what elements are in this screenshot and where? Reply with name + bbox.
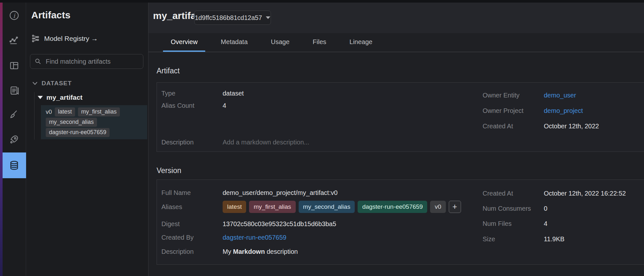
row-label: Num Consumers xyxy=(483,205,544,212)
model-registry-label: Model Registry → xyxy=(44,35,98,42)
row-value: demo_user/demo_project/my_artifact:v0 xyxy=(223,189,338,196)
version-hash-value: 1d9ffc5186b81cd12a57 xyxy=(195,14,262,22)
main-content: my_artifact 1d9ffc5186b81cd12a57 Overvie… xyxy=(149,3,644,276)
tree-alias-tag: latest xyxy=(55,107,75,116)
tree-version-item-selected[interactable]: v0 latest my_first_alias my_second_alias… xyxy=(41,105,147,139)
row-label: Created At xyxy=(483,122,544,130)
tree-version-row-2: my_second_alias xyxy=(46,117,147,127)
version-info-panel: Full Namedemo_user/demo_project/my_artif… xyxy=(157,179,644,265)
row-owner-entity: Owner Entitydemo_user xyxy=(483,91,576,99)
row-value: 4 xyxy=(223,102,226,109)
owner-entity-link[interactable]: demo_user xyxy=(544,92,576,99)
created-by-run-link[interactable]: dagster-run-ee057659 xyxy=(223,234,286,241)
row-value: October 12th, 2022 16:22:52 xyxy=(544,190,626,197)
tree-type-label: DATASET xyxy=(42,80,72,87)
alias-chip: v0 xyxy=(430,201,446,213)
search-icon xyxy=(34,58,42,65)
tree-artifact-node[interactable]: my_artifact xyxy=(38,94,82,101)
model-registry-link[interactable]: Model Registry → xyxy=(31,34,98,43)
alias-chip: my_first_alias xyxy=(249,201,295,213)
artifacts-rail-selected[interactable] xyxy=(3,152,26,178)
artifact-section-heading: Artifact xyxy=(157,67,180,75)
row-value: October 12th, 2022 xyxy=(544,123,599,130)
artifact-header: my_artifact 1d9ffc5186b81cd12a57 xyxy=(149,3,644,33)
row-label: Created By xyxy=(161,234,223,241)
info-icon[interactable]: i xyxy=(8,10,20,21)
row-num-consumers: Num Consumers0 xyxy=(483,205,547,212)
tree-alias-tag: dagster-run-ee057659 xyxy=(46,128,110,137)
add-alias-button[interactable]: + xyxy=(449,201,461,213)
launch-icon[interactable] xyxy=(8,133,20,145)
charts-icon[interactable] xyxy=(8,35,20,46)
row-version-description: DescriptionMy Markdown description xyxy=(161,248,298,255)
alias-chip: latest xyxy=(223,201,246,213)
tab-overview[interactable]: Overview xyxy=(163,33,205,52)
artifact-info-panel: Typedataset Alias Count4 DescriptionAdd … xyxy=(157,82,644,152)
model-registry-icon xyxy=(31,34,40,43)
row-label: Aliases xyxy=(161,203,223,211)
row-size: Size11.9KB xyxy=(483,235,564,243)
row-full-name: Full Namedemo_user/demo_project/my_artif… xyxy=(161,189,338,197)
md-part: My xyxy=(223,248,233,255)
tab-metadata[interactable]: Metadata xyxy=(213,33,255,52)
alias-chip: dagster-run-ee057659 xyxy=(358,201,427,213)
top-black-bar xyxy=(0,0,644,3)
row-value: dataset xyxy=(223,90,244,97)
row-type: Typedataset xyxy=(161,89,244,97)
alias-chip: my_second_alias xyxy=(299,201,355,213)
version-section-heading: Version xyxy=(157,166,181,175)
row-label: Owner Project xyxy=(483,107,544,115)
version-hash-dropdown[interactable]: 1d9ffc5186b81cd12a57 xyxy=(194,11,271,25)
artifacts-browser-panel: Artifacts Model Registry → DATASET my_ar… xyxy=(26,3,149,276)
tree-indent-guide xyxy=(34,92,34,140)
row-label: Type xyxy=(161,89,223,97)
row-label: Description xyxy=(161,248,223,255)
md-part: description xyxy=(265,248,298,255)
search-input[interactable] xyxy=(45,58,139,66)
row-label: Size xyxy=(483,235,544,243)
row-aliases: Aliases xyxy=(161,203,223,211)
tab-lineage[interactable]: Lineage xyxy=(342,33,380,52)
row-owner-project: Owner Projectdemo_project xyxy=(483,107,583,115)
row-alias-count: Alias Count4 xyxy=(161,102,226,109)
row-value: 13702c580c03e95323c51db15d6b3ba5 xyxy=(223,220,336,227)
reports-icon[interactable] xyxy=(8,84,20,96)
row-value: 0 xyxy=(544,205,547,212)
row-version-created-at: Created AtOctober 12th, 2022 16:22:52 xyxy=(483,189,626,197)
brand-gradient-strip xyxy=(0,0,3,276)
owner-project-link[interactable]: demo_project xyxy=(544,107,583,114)
tree-type-dataset[interactable]: DATASET xyxy=(32,80,72,87)
description-placeholder[interactable]: Add a markdown description... xyxy=(223,139,309,146)
tree-version-row-3: dagster-run-ee057659 xyxy=(46,127,147,138)
tab-files[interactable]: Files xyxy=(305,33,334,52)
left-icon-rail: i xyxy=(3,3,26,276)
row-description: DescriptionAdd a markdown description... xyxy=(161,138,309,146)
tree-alias-tag: my_second_alias xyxy=(46,118,97,127)
tree-artifact-label: my_artifact xyxy=(46,94,82,101)
tree-alias-tag: my_first_alias xyxy=(78,107,120,116)
wandb-artifacts-screen: i Artifacts Model Registry → xyxy=(0,0,644,276)
artifact-search xyxy=(30,54,143,69)
tab-bar: Overview Metadata Usage Files Lineage xyxy=(149,33,644,52)
svg-text:i: i xyxy=(13,12,16,19)
artifacts-database-icon xyxy=(8,160,20,171)
row-digest: Digest13702c580c03e95323c51db15d6b3ba5 xyxy=(161,220,336,228)
row-label: Full Name xyxy=(161,189,223,197)
tab-usage[interactable]: Usage xyxy=(263,33,297,52)
markdown-description: My Markdown description xyxy=(223,248,298,255)
row-label: Digest xyxy=(161,220,223,228)
alias-chip-strip: latest my_first_alias my_second_alias da… xyxy=(223,201,461,213)
triangle-down-icon xyxy=(38,96,43,99)
row-label: Owner Entity xyxy=(483,91,544,99)
row-label: Description xyxy=(161,138,223,146)
row-created-at: Created AtOctober 12th, 2022 xyxy=(483,122,599,130)
sweeps-icon[interactable] xyxy=(8,109,20,120)
row-label: Num Files xyxy=(483,220,544,227)
row-created-by: Created Bydagster-run-ee057659 xyxy=(161,234,286,241)
chevron-down-icon xyxy=(32,81,38,86)
caret-down-icon xyxy=(266,16,270,19)
md-part-bold: Markdown xyxy=(233,248,265,255)
tables-icon[interactable] xyxy=(8,60,20,71)
tree-version-row-1: v0 latest my_first_alias xyxy=(46,107,147,117)
row-value: 4 xyxy=(544,220,547,227)
